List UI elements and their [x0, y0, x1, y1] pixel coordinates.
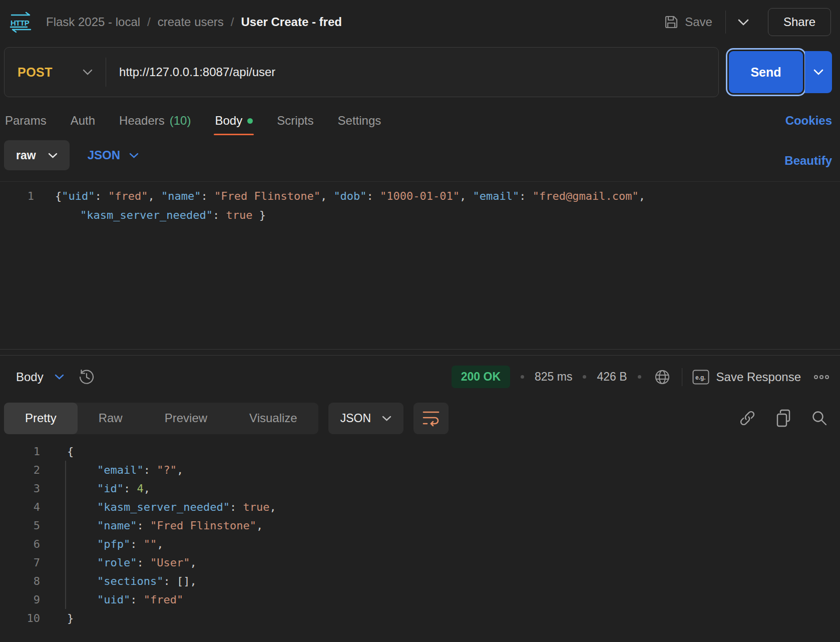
tab-settings[interactable]: Settings	[337, 106, 382, 135]
response-size[interactable]: 426 B	[597, 370, 627, 384]
code-token: :	[201, 190, 214, 202]
tab-visualize[interactable]: Visualize	[228, 403, 318, 434]
line-number: 2	[0, 461, 40, 479]
code-line: 8"sections": [],	[0, 572, 840, 590]
code-token: ,	[190, 556, 196, 569]
save-button[interactable]: Save	[661, 11, 715, 34]
copy-response-button[interactable]	[773, 407, 794, 429]
code-token: "Fred Flinstone"	[150, 519, 256, 532]
code-token: "uid"	[62, 190, 95, 202]
code-token: :	[124, 482, 137, 495]
response-tools	[737, 407, 830, 429]
tab-preview[interactable]: Preview	[144, 403, 228, 434]
code-line: 6"pfp": "",	[0, 535, 840, 553]
pane-resize-handle[interactable]	[0, 349, 840, 356]
method-selector[interactable]: POST	[5, 65, 106, 80]
code-line-content: "name": "Fred Flinstone",	[65, 516, 263, 535]
tab-scripts[interactable]: Scripts	[276, 106, 314, 135]
save-options-button[interactable]	[733, 14, 754, 31]
code-line-content: "sections": [],	[65, 572, 197, 590]
code-line-content: "uid": "fred"	[65, 590, 183, 609]
code-token: "fred"	[144, 593, 183, 606]
chevron-down-icon	[55, 374, 64, 380]
body-type-label: raw	[16, 149, 36, 162]
code-token: "dob"	[333, 190, 366, 202]
response-body-label: Body	[16, 370, 44, 384]
save-icon	[664, 15, 679, 30]
code-token: "1000-01-01"	[380, 190, 460, 202]
network-info-button[interactable]	[652, 367, 673, 388]
response-body-selector[interactable]: Body	[16, 370, 64, 384]
code-token: "User"	[150, 556, 190, 569]
body-format-label: JSON	[88, 148, 120, 162]
code-token: ""	[144, 538, 157, 550]
breadcrumb: Flask 2025 - local / create users / User…	[46, 15, 661, 29]
active-tab-indicator	[214, 134, 254, 135]
send-button[interactable]: Send	[729, 51, 803, 93]
code-token: ,	[256, 519, 263, 532]
divider	[682, 368, 682, 386]
request-body-editor[interactable]: 1{"uid": "fred", "name": "Fred Flinstone…	[0, 181, 840, 349]
code-token: :	[144, 464, 157, 476]
headers-count-badge: (10)	[170, 114, 191, 128]
code-token: "id"	[97, 482, 124, 495]
dot-separator	[638, 375, 641, 379]
response-format-selector[interactable]: JSON	[328, 403, 403, 434]
breadcrumb-workspace[interactable]: Flask 2025 - local	[46, 15, 140, 29]
tab-label: Scripts	[277, 114, 313, 128]
url-input[interactable]: http://127.0.0.1:8087/api/user	[119, 65, 275, 79]
cookies-link[interactable]: Cookies	[785, 114, 832, 128]
dot-separator	[583, 375, 586, 379]
code-token: "email"	[97, 464, 144, 476]
tab-raw[interactable]: Raw	[78, 403, 144, 434]
line-number: 8	[0, 572, 40, 590]
code-line-content: }	[65, 609, 74, 627]
breadcrumb-separator: /	[147, 15, 151, 29]
tab-params[interactable]: Params	[4, 106, 48, 135]
code-token: :	[137, 519, 150, 532]
tab-auth[interactable]: Auth	[70, 106, 96, 135]
share-button[interactable]: Share	[768, 8, 831, 36]
tab-pretty[interactable]: Pretty	[4, 403, 78, 434]
response-stats: 200 OK 825 ms 426 B	[452, 366, 830, 388]
code-line: 2"email": "?",	[0, 461, 840, 479]
code-line-content: "kasm_server_needed": true }	[55, 206, 266, 225]
body-format-selector[interactable]: JSON	[88, 140, 139, 170]
method-label: POST	[18, 65, 53, 80]
code-line: "kasm_server_needed": true }	[0, 206, 840, 225]
tab-label: Raw	[99, 411, 123, 425]
breadcrumb-collection[interactable]: create users	[158, 15, 224, 29]
save-response-button[interactable]: e.g. Save Response	[692, 370, 801, 385]
code-line-content: "email": "?",	[65, 461, 183, 479]
search-icon	[811, 410, 828, 427]
beautify-link[interactable]: Beautify	[784, 154, 832, 168]
code-token: ,	[177, 464, 183, 476]
send-options-button[interactable]	[805, 51, 832, 93]
tab-label: Settings	[338, 114, 381, 128]
response-time[interactable]: 825 ms	[535, 370, 572, 384]
code-token: }	[67, 612, 74, 624]
code-token: :	[367, 190, 380, 202]
copy-link-button[interactable]	[737, 408, 758, 429]
body-type-selector[interactable]: raw	[4, 140, 70, 170]
response-body-viewer[interactable]: 1{2"email": "?",3"id": 4,4"kasm_server_n…	[0, 438, 840, 642]
wrap-text-button[interactable]	[413, 403, 449, 434]
code-token: :	[130, 538, 144, 550]
code-token: {	[55, 190, 62, 202]
code-line: 5"name": "Fred Flinstone",	[0, 516, 840, 535]
status-badge[interactable]: 200 OK	[452, 366, 510, 388]
code-token: ,	[148, 190, 161, 202]
search-response-button[interactable]	[809, 408, 830, 429]
line-number: 9	[0, 590, 40, 609]
more-actions-button[interactable]	[813, 374, 830, 380]
code-token: "role"	[97, 556, 137, 569]
chevron-down-icon	[738, 19, 749, 26]
tab-body[interactable]: Body	[214, 106, 254, 135]
code-token: true	[226, 209, 252, 221]
response-history-button[interactable]	[77, 368, 96, 387]
code-line: 3"id": 4,	[0, 479, 840, 498]
breadcrumb-current: User Create - fred	[241, 15, 342, 29]
divider	[106, 58, 106, 87]
tab-headers[interactable]: Headers (10)	[118, 106, 192, 135]
url-container: POST http://127.0.0.1:8087/api/user	[4, 47, 719, 97]
